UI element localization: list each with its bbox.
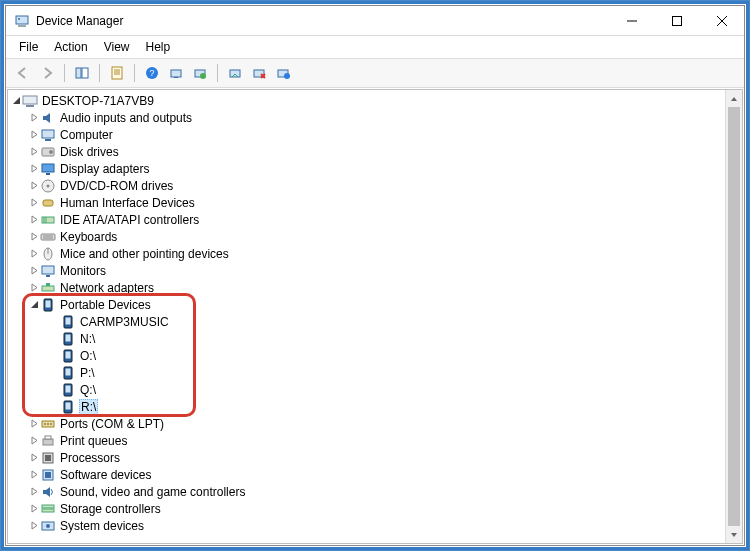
chevron-right-icon[interactable] — [28, 228, 40, 245]
close-button[interactable] — [699, 6, 744, 35]
tree-item[interactable]: N:\ — [8, 330, 725, 347]
tree-category-label: Ports (COM & LPT) — [60, 417, 164, 431]
menu-file[interactable]: File — [12, 38, 45, 56]
tree-item[interactable]: Q:\ — [8, 381, 725, 398]
svg-rect-71 — [45, 472, 51, 478]
tree-category[interactable]: Network adapters — [8, 279, 725, 296]
svg-rect-66 — [43, 439, 53, 445]
chevron-right-icon[interactable] — [28, 177, 40, 194]
disable-button[interactable] — [248, 62, 270, 84]
chevron-right-icon[interactable] — [28, 517, 40, 534]
svg-rect-53 — [66, 334, 71, 341]
svg-rect-47 — [46, 283, 50, 286]
tree-category[interactable]: Audio inputs and outputs — [8, 109, 725, 126]
svg-rect-39 — [41, 234, 55, 240]
tree-category[interactable]: Computer — [8, 126, 725, 143]
chevron-down-icon[interactable] — [10, 92, 22, 109]
tree-item[interactable]: CARMP3MUSIC — [8, 313, 725, 330]
chevron-right-icon[interactable] — [28, 126, 40, 143]
portable-icon — [60, 365, 76, 381]
scroll-down-button[interactable] — [726, 526, 742, 543]
minimize-button[interactable] — [609, 6, 654, 35]
tree-category[interactable]: Processors — [8, 449, 725, 466]
svg-rect-49 — [46, 300, 51, 307]
chevron-right-icon[interactable] — [28, 500, 40, 517]
tree-item-label: N:\ — [80, 332, 95, 346]
menu-action[interactable]: Action — [47, 38, 94, 56]
chevron-right-icon[interactable] — [28, 415, 40, 432]
vertical-scrollbar[interactable] — [725, 90, 742, 543]
update-driver-button[interactable] — [189, 62, 211, 84]
svg-point-30 — [49, 150, 53, 154]
svg-text:?: ? — [149, 68, 154, 78]
svg-point-18 — [200, 73, 206, 79]
chevron-right-icon[interactable] — [28, 160, 40, 177]
chevron-down-icon[interactable] — [28, 296, 40, 313]
tree-category[interactable]: System devices — [8, 517, 725, 534]
tree-category[interactable]: Mice and other pointing devices — [8, 245, 725, 262]
svg-rect-59 — [66, 385, 71, 392]
tree-category[interactable]: Print queues — [8, 432, 725, 449]
mouse-icon — [40, 246, 56, 262]
tree-category[interactable]: Human Interface Devices — [8, 194, 725, 211]
tree-item[interactable]: P:\ — [8, 364, 725, 381]
tree-root[interactable]: DESKTOP-71A7VB9 — [8, 92, 725, 109]
forward-button[interactable] — [36, 62, 58, 84]
maximize-button[interactable] — [654, 6, 699, 35]
tree-category[interactable]: Display adapters — [8, 160, 725, 177]
titlebar: Device Manager — [6, 6, 744, 36]
tree-item[interactable]: O:\ — [8, 347, 725, 364]
chevron-right-icon[interactable] — [28, 143, 40, 160]
tree-category-label: Network adapters — [60, 281, 154, 295]
keyboard-icon — [40, 229, 56, 245]
chevron-right-icon[interactable] — [28, 211, 40, 228]
svg-rect-51 — [66, 317, 71, 324]
enable-button[interactable] — [272, 62, 294, 84]
tree-category[interactable]: Disk drives — [8, 143, 725, 160]
chevron-right-icon[interactable] — [28, 262, 40, 279]
tree-item-label: CARMP3MUSIC — [80, 315, 169, 329]
computer-icon — [22, 93, 38, 109]
scroll-up-button[interactable] — [726, 90, 742, 107]
tree-item[interactable]: R:\ — [8, 398, 725, 415]
chevron-right-icon[interactable] — [28, 483, 40, 500]
tree-category[interactable]: Portable Devices — [8, 296, 725, 313]
svg-rect-46 — [42, 286, 54, 291]
properties-button[interactable] — [106, 62, 128, 84]
svg-rect-4 — [672, 16, 681, 25]
chevron-right-icon[interactable] — [28, 109, 40, 126]
tree-category-label: Disk drives — [60, 145, 119, 159]
device-manager-window: Device Manager File Action View Help ? D… — [0, 0, 750, 551]
chevron-right-icon[interactable] — [28, 449, 40, 466]
chevron-right-icon[interactable] — [28, 279, 40, 296]
tree-category[interactable]: IDE ATA/ATAPI controllers — [8, 211, 725, 228]
svg-rect-55 — [66, 351, 71, 358]
portable-icon — [60, 382, 76, 398]
tree-category[interactable]: Ports (COM & LPT) — [8, 415, 725, 432]
uninstall-button[interactable] — [224, 62, 246, 84]
tree-category[interactable]: Monitors — [8, 262, 725, 279]
window-title: Device Manager — [36, 14, 609, 28]
chevron-right-icon[interactable] — [28, 466, 40, 483]
svg-point-24 — [284, 73, 290, 79]
scan-hardware-button[interactable] — [165, 62, 187, 84]
tree-category[interactable]: Storage controllers — [8, 500, 725, 517]
chevron-right-icon[interactable] — [28, 245, 40, 262]
tree-category[interactable]: Keyboards — [8, 228, 725, 245]
svg-point-65 — [50, 423, 52, 425]
tree-category[interactable]: Sound, video and game controllers — [8, 483, 725, 500]
show-hide-tree-button[interactable] — [71, 62, 93, 84]
menu-view[interactable]: View — [97, 38, 137, 56]
menu-help[interactable]: Help — [139, 38, 178, 56]
scroll-thumb[interactable] — [728, 107, 740, 526]
chevron-right-icon[interactable] — [28, 194, 40, 211]
tree-category[interactable]: DVD/CD-ROM drives — [8, 177, 725, 194]
tree-category[interactable]: Software devices — [8, 466, 725, 483]
back-button[interactable] — [12, 62, 34, 84]
svg-rect-28 — [45, 139, 51, 141]
svg-rect-61 — [66, 402, 71, 409]
device-tree[interactable]: DESKTOP-71A7VB9Audio inputs and outputsC… — [8, 90, 725, 543]
help-button[interactable]: ? — [141, 62, 163, 84]
monitor-icon — [40, 263, 56, 279]
chevron-right-icon[interactable] — [28, 432, 40, 449]
